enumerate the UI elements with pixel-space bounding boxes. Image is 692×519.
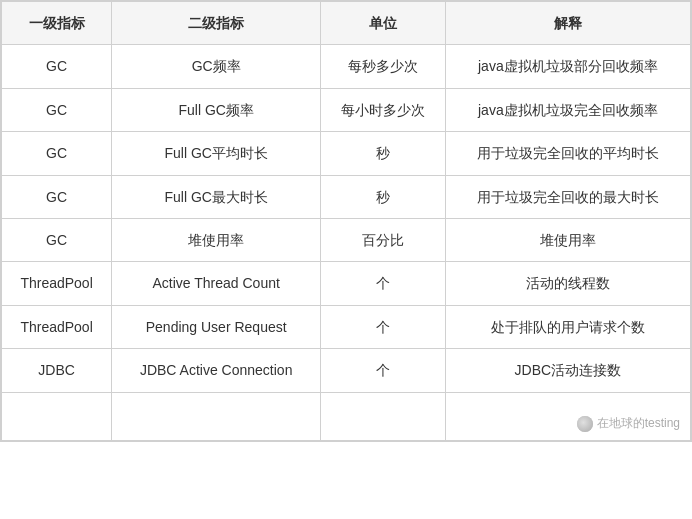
metrics-table: 一级指标 二级指标 单位 解释 GCGC频率每秒多少次java虚拟机垃圾部分回收… xyxy=(1,1,691,441)
cell-2-col2: Full GC平均时长 xyxy=(112,132,321,175)
cell-0-col1: GC xyxy=(2,45,112,88)
table-row: GCFull GC平均时长秒用于垃圾完全回收的平均时长 xyxy=(2,132,691,175)
table-row: GCGC频率每秒多少次java虚拟机垃圾部分回收频率 xyxy=(2,45,691,88)
watermark-text: 在地球的testing xyxy=(597,414,680,433)
cell-4-col4: 堆使用率 xyxy=(445,218,690,261)
cell-8-col3 xyxy=(321,392,446,440)
cell-4-col1: GC xyxy=(2,218,112,261)
cell-0-col3: 每秒多少次 xyxy=(321,45,446,88)
header-col1: 一级指标 xyxy=(2,2,112,45)
cell-6-col3: 个 xyxy=(321,305,446,348)
cell-3-col4: 用于垃圾完全回收的最大时长 xyxy=(445,175,690,218)
cell-7-col2: JDBC Active Connection xyxy=(112,349,321,392)
table-header-row: 一级指标 二级指标 单位 解释 xyxy=(2,2,691,45)
cell-5-col3: 个 xyxy=(321,262,446,305)
table-row: ThreadPoolActive Thread Count个活动的线程数 xyxy=(2,262,691,305)
cell-4-col2: 堆使用率 xyxy=(112,218,321,261)
table-row: GCFull GC频率每小时多少次java虚拟机垃圾完全回收频率 xyxy=(2,88,691,131)
cell-8-col4: 在地球的testing xyxy=(445,392,690,440)
cell-5-col4: 活动的线程数 xyxy=(445,262,690,305)
cell-6-col1: ThreadPool xyxy=(2,305,112,348)
cell-5-col1: ThreadPool xyxy=(2,262,112,305)
cell-7-col1: JDBC xyxy=(2,349,112,392)
cell-2-col3: 秒 xyxy=(321,132,446,175)
cell-6-col4: 处于排队的用户请求个数 xyxy=(445,305,690,348)
cell-8-col1 xyxy=(2,392,112,440)
header-col3: 单位 xyxy=(321,2,446,45)
cell-2-col1: GC xyxy=(2,132,112,175)
cell-3-col1: GC xyxy=(2,175,112,218)
cell-6-col2: Pending User Request xyxy=(112,305,321,348)
table-row: ThreadPoolPending User Request个处于排队的用户请求… xyxy=(2,305,691,348)
cell-1-col2: Full GC频率 xyxy=(112,88,321,131)
header-col2: 二级指标 xyxy=(112,2,321,45)
cell-1-col3: 每小时多少次 xyxy=(321,88,446,131)
table-row: GC堆使用率百分比堆使用率 xyxy=(2,218,691,261)
cell-2-col4: 用于垃圾完全回收的平均时长 xyxy=(445,132,690,175)
table-row: 在地球的testing xyxy=(2,392,691,440)
cell-1-col1: GC xyxy=(2,88,112,131)
cell-1-col4: java虚拟机垃圾完全回收频率 xyxy=(445,88,690,131)
cell-0-col4: java虚拟机垃圾部分回收频率 xyxy=(445,45,690,88)
metrics-table-wrapper: 一级指标 二级指标 单位 解释 GCGC频率每秒多少次java虚拟机垃圾部分回收… xyxy=(0,0,692,442)
cell-7-col3: 个 xyxy=(321,349,446,392)
cell-3-col3: 秒 xyxy=(321,175,446,218)
watermark-icon xyxy=(577,416,593,432)
cell-4-col3: 百分比 xyxy=(321,218,446,261)
cell-5-col2: Active Thread Count xyxy=(112,262,321,305)
cell-8-col2 xyxy=(112,392,321,440)
header-col4: 解释 xyxy=(445,2,690,45)
table-row: GCFull GC最大时长秒用于垃圾完全回收的最大时长 xyxy=(2,175,691,218)
table-row: JDBCJDBC Active Connection个JDBC活动连接数 xyxy=(2,349,691,392)
cell-7-col4: JDBC活动连接数 xyxy=(445,349,690,392)
cell-0-col2: GC频率 xyxy=(112,45,321,88)
cell-3-col2: Full GC最大时长 xyxy=(112,175,321,218)
